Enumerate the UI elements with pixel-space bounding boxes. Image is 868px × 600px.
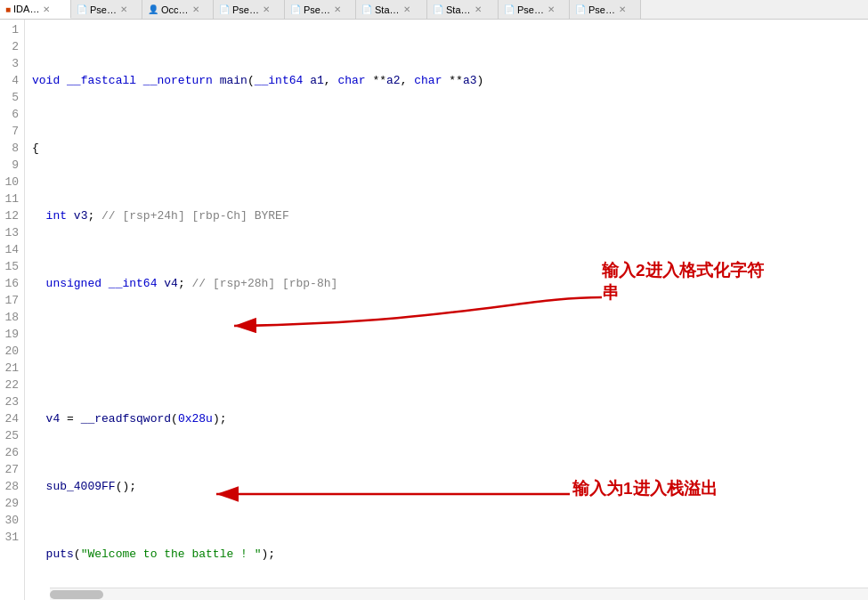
line-num-4: 4 — [4, 72, 19, 89]
line-num-3: 3 — [4, 55, 19, 72]
sta-icon-2: 📄 — [433, 4, 443, 14]
tab-bar: ■ IDA… ✕ 📄 Pse… ✕ 👤 Occ… ✕ 📄 Pse… ✕ 📄 Ps… — [0, 0, 868, 20]
code-line-3: int v3; // [rsp+24h] [rbp-Ch] BYREF — [32, 207, 861, 224]
tab-sta2-label: Sta… — [446, 4, 471, 15]
line-num-28: 28 — [4, 478, 19, 495]
line-num-10: 10 — [4, 174, 19, 191]
tab-ida-label: IDA… — [13, 4, 39, 14]
scrollbar-thumb[interactable] — [50, 590, 103, 599]
tab-ida-close[interactable]: ✕ — [43, 4, 50, 14]
tab-sta1-close[interactable]: ✕ — [403, 4, 410, 14]
line-num-22: 22 — [4, 377, 19, 393]
line-num-5: 5 — [4, 89, 19, 106]
doc-icon-3: 📄 — [290, 4, 301, 14]
line-num-6: 6 — [4, 106, 19, 123]
tab-pse4-close[interactable]: ✕ — [548, 4, 555, 14]
occ-icon: 👤 — [148, 4, 158, 14]
code-line-7: sub_4009FF(); — [32, 478, 861, 495]
tab-occ-label: Occ… — [161, 4, 189, 15]
annotations-overlay: 输入2进入格式化字符串 输入为1进入栈溢出 — [25, 20, 868, 600]
line-num-18: 18 — [4, 309, 19, 326]
line-num-14: 14 — [4, 241, 19, 258]
tab-pse4-label: Pse… — [517, 4, 544, 15]
line-num-13: 13 — [4, 224, 19, 241]
tab-sta2[interactable]: 📄 Sta… ✕ — [427, 0, 499, 19]
line-num-29: 29 — [4, 495, 19, 512]
line-num-26: 26 — [4, 444, 19, 461]
line-num-9: 9 — [4, 157, 19, 174]
line-num-12: 12 — [4, 207, 19, 224]
tab-pse3-close[interactable]: ✕ — [334, 4, 341, 14]
line-num-19: 19 — [4, 326, 19, 343]
tab-pse5[interactable]: 📄 Pse… ✕ — [570, 0, 641, 19]
code-content[interactable]: void __fastcall __noreturn main(__int64 … — [25, 20, 868, 600]
tab-pse3-label: Pse… — [304, 4, 330, 15]
line-num-11: 11 — [4, 191, 19, 207]
line-num-21: 21 — [4, 360, 19, 377]
line-num-17: 17 — [4, 292, 19, 309]
tab-sta1-label: Sta… — [375, 4, 400, 15]
doc-icon-5: 📄 — [575, 4, 586, 14]
tab-pse4[interactable]: 📄 Pse… ✕ — [499, 0, 570, 19]
line-num-7: 7 — [4, 123, 19, 140]
code-line-2: { — [32, 140, 861, 157]
tab-pse1[interactable]: 📄 Pse… ✕ — [71, 0, 142, 19]
sta-icon-1: 📄 — [361, 4, 372, 14]
tab-occ[interactable]: 👤 Occ… ✕ — [142, 0, 214, 19]
tab-sta2-close[interactable]: ✕ — [475, 4, 482, 14]
doc-icon-4: 📄 — [504, 4, 515, 14]
horizontal-scrollbar[interactable] — [50, 588, 868, 600]
line-num-27: 27 — [4, 461, 19, 478]
tab-pse2-label: Pse… — [232, 4, 259, 15]
line-num-1: 1 — [4, 21, 19, 38]
line-num-23: 23 — [4, 393, 19, 410]
line-num-20: 20 — [4, 343, 19, 360]
line-numbers: 1 2 3 4 5 6 7 8 9 10 11 12 13 14 15 16 1… — [0, 20, 25, 600]
line-num-30: 30 — [4, 512, 19, 529]
code-line-4: unsigned __int64 v4; // [rsp+28h] [rbp-8… — [32, 275, 861, 292]
tab-pse3[interactable]: 📄 Pse… ✕ — [285, 0, 356, 19]
line-num-2: 2 — [4, 38, 19, 55]
line-num-31: 31 — [4, 529, 19, 546]
line-num-16: 16 — [4, 275, 19, 292]
tab-pse1-label: Pse… — [90, 4, 117, 15]
line-num-24: 24 — [4, 410, 19, 427]
tab-ida[interactable]: ■ IDA… ✕ — [0, 0, 71, 19]
tab-pse5-label: Pse… — [588, 4, 615, 15]
doc-icon-1: 📄 — [77, 4, 87, 14]
code-area: 1 2 3 4 5 6 7 8 9 10 11 12 13 14 15 16 1… — [0, 20, 868, 600]
tab-pse2[interactable]: 📄 Pse… ✕ — [214, 0, 285, 19]
line-num-15: 15 — [4, 258, 19, 275]
code-line-6: v4 = __readfsqword(0x28u); — [32, 410, 861, 427]
tab-sta1[interactable]: 📄 Sta… ✕ — [356, 0, 427, 19]
line-num-8: 8 — [4, 140, 19, 157]
ida-icon: ■ — [5, 4, 11, 14]
tab-occ-close[interactable]: ✕ — [192, 4, 199, 14]
tab-pse2-close[interactable]: ✕ — [263, 4, 270, 14]
tab-pse5-close[interactable]: ✕ — [619, 4, 626, 14]
code-line-1: void __fastcall __noreturn main(__int64 … — [32, 72, 861, 89]
code-line-5 — [32, 343, 861, 360]
line-num-25: 25 — [4, 427, 19, 444]
code-line-8: puts("Welcome to the battle ! "); — [32, 546, 861, 563]
doc-icon-2: 📄 — [219, 4, 230, 14]
tab-pse1-close[interactable]: ✕ — [120, 4, 127, 14]
